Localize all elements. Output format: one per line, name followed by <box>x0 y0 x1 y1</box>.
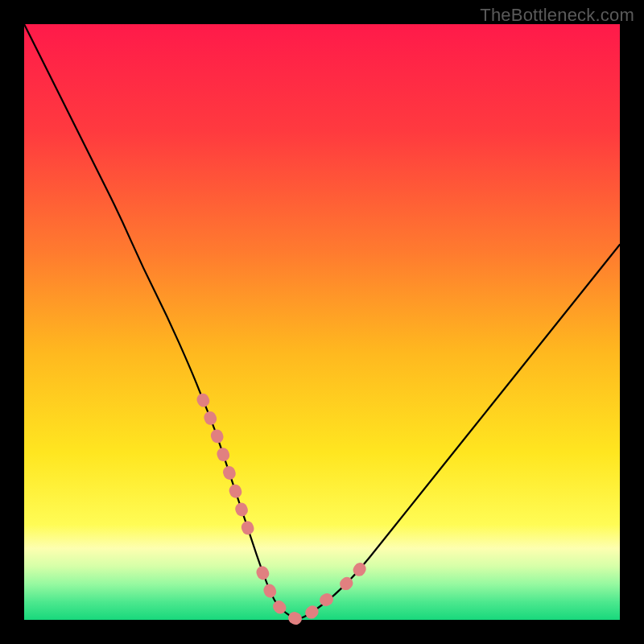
plot-background <box>24 24 620 620</box>
bottleneck-chart <box>0 0 644 644</box>
chart-frame: TheBottleneck.com <box>0 0 644 644</box>
